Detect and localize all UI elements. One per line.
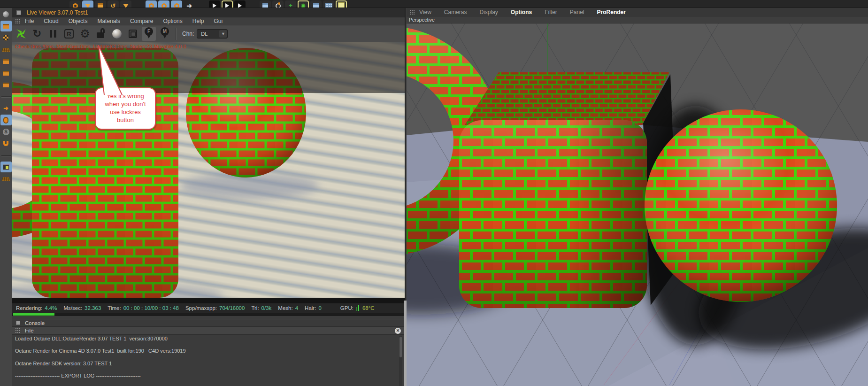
grip-dots-icon[interactable] bbox=[15, 18, 21, 24]
soft-selection-icon[interactable]: S bbox=[0, 126, 12, 137]
snap-magnet-icon[interactable] bbox=[0, 138, 12, 149]
material-doc-icon[interactable] bbox=[336, 0, 347, 8]
vp-menu-panel[interactable]: Panel bbox=[570, 9, 584, 15]
restart-render-icon[interactable]: ↻ bbox=[30, 27, 44, 41]
status-label: Tri: bbox=[251, 305, 259, 311]
menu-options[interactable]: Options bbox=[163, 18, 182, 24]
status-value: 704/16000 bbox=[219, 305, 245, 311]
sphere-object[interactable] bbox=[645, 109, 837, 302]
workplane-mode-icon[interactable] bbox=[0, 44, 12, 55]
render-cube-icon[interactable] bbox=[260, 0, 271, 8]
status-label: Mesh: bbox=[278, 305, 292, 311]
polygons-mode-icon[interactable] bbox=[0, 68, 12, 78]
vp-menu-options[interactable]: Options bbox=[511, 9, 532, 15]
render-bottom-gap bbox=[12, 298, 405, 303]
orange-cube-icon[interactable] bbox=[95, 0, 106, 8]
material-picker-icon[interactable]: M bbox=[158, 27, 172, 41]
menu-help[interactable]: Help bbox=[192, 18, 204, 24]
menu-cloud[interactable]: Cloud bbox=[44, 18, 58, 24]
pause-render-icon[interactable] bbox=[46, 27, 60, 41]
undo-icon[interactable]: ↺ bbox=[108, 0, 119, 8]
move-tool-icon[interactable] bbox=[82, 0, 93, 8]
status-value: 32.363 bbox=[84, 305, 101, 311]
vp-menu-display[interactable]: Display bbox=[479, 9, 498, 15]
octane-logo-icon[interactable] bbox=[14, 27, 28, 41]
console-log[interactable]: Loaded Octane DLL:OctaneRender 3.07 TEST… bbox=[12, 335, 405, 386]
viewport-panel[interactable]: View Cameras Display Options Filter Pane… bbox=[407, 8, 868, 386]
render-darkened-band bbox=[12, 42, 405, 93]
menu-materials[interactable]: Materials bbox=[97, 18, 120, 24]
render-progress-bar bbox=[12, 313, 405, 316]
region-render-icon[interactable] bbox=[126, 27, 140, 41]
texture-mode-icon[interactable] bbox=[0, 32, 12, 43]
drop-arrow-icon[interactable] bbox=[120, 0, 131, 8]
axis-arrow-icon[interactable]: ➜ bbox=[0, 103, 12, 114]
console-header[interactable]: Console bbox=[12, 319, 405, 327]
rail-divider bbox=[0, 150, 12, 161]
menu-compare[interactable]: Compare bbox=[130, 18, 153, 24]
viewport-label-bar: Perspective bbox=[407, 16, 868, 23]
globe-icon[interactable] bbox=[0, 9, 12, 20]
vp-menu-filter[interactable]: Filter bbox=[545, 9, 557, 15]
grid-panel-icon[interactable] bbox=[323, 0, 334, 8]
window-icon bbox=[16, 10, 21, 15]
scrollbar-thumb[interactable] bbox=[399, 337, 402, 357]
console-scrollbar[interactable] bbox=[399, 336, 402, 386]
play-icon-2[interactable] bbox=[222, 0, 233, 8]
chevron-down-icon: ▼ bbox=[219, 30, 227, 38]
cube-object[interactable] bbox=[459, 72, 678, 308]
grip-dots-icon[interactable] bbox=[15, 328, 21, 333]
toolbar-gap bbox=[133, 0, 144, 8]
close-icon[interactable]: ✕ bbox=[395, 328, 401, 334]
viewport-canvas[interactable] bbox=[407, 23, 868, 386]
progress-fill bbox=[13, 313, 54, 316]
focus-picker-icon[interactable]: F bbox=[142, 27, 156, 41]
settings-gear-icon[interactable]: ⚙ bbox=[78, 27, 92, 41]
render-view[interactable]: Check:0ms./0ms. MeshGen:0ms. Update[C]:0… bbox=[12, 42, 405, 298]
material-ball-icon[interactable] bbox=[110, 27, 124, 41]
vp-menu-view[interactable]: View bbox=[419, 9, 431, 15]
menu-gui[interactable]: Gui bbox=[214, 18, 223, 24]
viewport-nav-mouse-icon[interactable] bbox=[0, 115, 12, 125]
play-icon-3[interactable] bbox=[234, 0, 246, 8]
vp-menu-prorender[interactable]: ProRender bbox=[597, 9, 626, 15]
live-viewer-menu-bar: File Cloud Objects Materials Compare Opt… bbox=[12, 17, 405, 25]
viewport-menu-bar: View Cameras Display Options Filter Pane… bbox=[407, 8, 868, 16]
workflow-arrow-icon[interactable]: ➜ bbox=[184, 0, 195, 8]
edges-mode-icon[interactable] bbox=[0, 79, 12, 90]
live-viewer-panel: Live Viewer 3.07.0 Test1 File Cloud Obje… bbox=[12, 8, 405, 386]
menu-file[interactable]: File bbox=[25, 18, 34, 24]
channel-dropdown[interactable]: DL ▼ bbox=[197, 29, 228, 39]
blue-cube-icon[interactable] bbox=[310, 0, 322, 8]
axis-circle-icon-1[interactable] bbox=[146, 0, 157, 8]
gpu-usage-bars-icon bbox=[356, 305, 360, 311]
orange-ring-icon[interactable] bbox=[69, 0, 81, 8]
render-stats-overlay: Check:0ms./0ms. MeshGen:0ms. Update[C]:0… bbox=[15, 44, 186, 49]
viewport-view-label: Perspective bbox=[409, 17, 435, 23]
live-viewer-title-bar[interactable]: Live Viewer 3.07.0 Test1 bbox=[12, 8, 405, 17]
grid-rotate-icon[interactable] bbox=[0, 173, 12, 184]
grid-lock-icon[interactable] bbox=[0, 162, 12, 172]
panel-splitter-top[interactable] bbox=[405, 8, 406, 301]
reset-region-icon[interactable]: R bbox=[62, 27, 76, 41]
status-label: Ms/sec: bbox=[63, 305, 82, 311]
render-region-icon[interactable] bbox=[272, 0, 284, 8]
axis-circle-icon-3[interactable] bbox=[171, 0, 182, 8]
axis-circle-icon-2[interactable] bbox=[158, 0, 169, 8]
live-viewer-toolbar: ↻ R ⚙ F M Chn: DL ▼ bbox=[12, 25, 405, 42]
channel-label: Chn: bbox=[182, 31, 194, 37]
play-icon-1[interactable] bbox=[209, 0, 220, 8]
menu-objects[interactable]: Objects bbox=[69, 18, 88, 24]
toolbar-gap bbox=[196, 0, 207, 8]
vp-menu-cameras[interactable]: Cameras bbox=[444, 9, 467, 15]
grip-dots-icon[interactable] bbox=[409, 9, 415, 15]
octane-star-icon[interactable]: ✺ bbox=[298, 0, 309, 8]
lock-resolution-icon[interactable] bbox=[94, 27, 108, 41]
points-mode-icon[interactable] bbox=[0, 56, 12, 67]
window-icon bbox=[16, 321, 20, 325]
green-deformer-icon[interactable]: ✦ bbox=[285, 0, 296, 8]
console-menu-file[interactable]: File bbox=[25, 328, 34, 333]
status-value: 0 bbox=[318, 305, 321, 311]
status-value: 00 : 00 : 10/00 : 03 : 48 bbox=[123, 305, 179, 311]
model-mode-icon[interactable] bbox=[0, 21, 12, 31]
